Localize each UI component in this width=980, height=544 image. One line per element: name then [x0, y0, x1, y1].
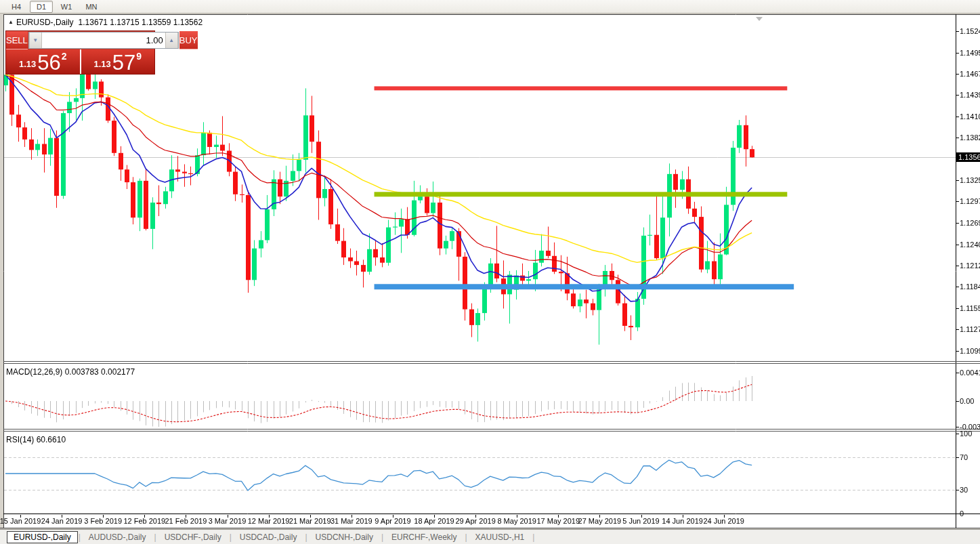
volume-increase-button[interactable]: ▲	[165, 33, 178, 48]
timeframe-w1-button[interactable]: W1	[55, 1, 78, 13]
timeframe-toolbar: H4D1W1MN	[0, 0, 980, 14]
price-axis-label: 1.13255	[960, 176, 980, 184]
timeframe-mn-button[interactable]: MN	[80, 1, 103, 13]
macd-axis-label: 0.00	[960, 397, 974, 405]
timeframe-d1-button[interactable]: D1	[30, 1, 53, 13]
volume-decrease-button[interactable]: ▼	[29, 33, 42, 48]
macd-axis-label: 0.004139	[960, 369, 980, 377]
sell-price-sup: 2	[62, 51, 67, 62]
sell-button[interactable]: SELL	[6, 31, 28, 49]
rsi-indicator-label: RSI(14) 60.6610	[6, 435, 66, 444]
sell-price-big: 56	[37, 54, 60, 72]
tab-usdcad-daily[interactable]: USDCAD-,Daily	[232, 531, 305, 543]
chart-title: ▲EURUSD-,Daily1.13671 1.13715 1.13559 1.…	[8, 18, 203, 27]
date-axis[interactable]: 15 Jan 201924 Jan 20193 Feb 201912 Feb 2…	[0, 515, 956, 528]
rsi-axis-label: 0	[960, 509, 964, 518]
tab-xauusd-h1[interactable]: XAUUSD-,H1	[468, 531, 532, 543]
rsi-axis-label: 100	[960, 430, 972, 438]
price-axis-label: 1.12690	[960, 219, 980, 227]
timeframe-h4-button[interactable]: H4	[5, 1, 28, 13]
date-axis-label: 24 Jun 2019	[698, 517, 750, 525]
volume-stepper: ▼ ▲	[28, 32, 179, 49]
collapse-triangle-icon[interactable]: ▲	[8, 19, 14, 25]
price-axis-label: 1.14105	[960, 112, 980, 121]
buy-button[interactable]: BUY	[179, 31, 198, 49]
price-axis-label: 1.12125	[960, 261, 980, 270]
sell-price[interactable]: 1.13562	[6, 49, 80, 74]
rsi-axis-label: 70	[960, 453, 968, 461]
price-axis-label: 1.15240	[960, 27, 980, 35]
price-axis-label: 1.14675	[960, 70, 980, 78]
ohlc-values: 1.13671 1.13715 1.13559 1.13562	[79, 18, 203, 27]
price-axis-label: 1.10990	[960, 347, 980, 355]
sell-price-prefix: 1.13	[19, 59, 36, 69]
one-click-trading-panel: SELL ▼ ▲ BUY 1.13562 1.13579	[5, 30, 155, 75]
buy-price-prefix: 1.13	[93, 59, 110, 69]
price-axis-label: 1.13825	[960, 133, 980, 142]
tab-audusd-daily[interactable]: AUDUSD-,Daily	[81, 531, 154, 543]
price-axis-label: 1.12405	[960, 240, 980, 249]
macd-indicator-label: MACD(12,26,9) 0.003783 0.002177	[6, 367, 135, 377]
price-axis-label: 1.11555	[960, 304, 980, 312]
current-price-badge: 1.13562	[956, 152, 980, 162]
rsi-axis-label: 30	[960, 486, 968, 494]
chart-canvas[interactable]	[0, 0, 980, 544]
tab-separator: |	[532, 532, 535, 542]
tab-usdchf-daily[interactable]: USDCHF-,Daily	[157, 531, 229, 543]
chart-tabbar: EURUSD-,Daily|AUDUSD-,Daily|USDCHF-,Dail…	[0, 529, 980, 544]
price-axis-label: 1.14390	[960, 91, 980, 99]
buy-price-sup: 9	[136, 51, 142, 62]
chart-shift-marker-icon[interactable]	[756, 17, 763, 21]
buy-price-big: 57	[112, 54, 135, 72]
price-axis[interactable]: 1.152401.149551.146751.143901.141051.138…	[956, 14, 980, 528]
tab-usdcnh-daily[interactable]: USDCNH-,Daily	[308, 531, 381, 543]
price-axis-label: 1.14955	[960, 49, 980, 57]
tab-eurusd-daily[interactable]: EURUSD-,Daily	[7, 531, 78, 543]
buy-price[interactable]: 1.13579	[80, 49, 155, 74]
price-axis-label: 1.11275	[960, 325, 980, 333]
price-axis-label: 1.12975	[960, 197, 980, 205]
tab-eurchf-weekly[interactable]: EURCHF-,Weekly	[384, 531, 464, 543]
volume-input[interactable]	[42, 33, 165, 48]
symbol-timeframe-label: EURUSD-,Daily	[16, 18, 74, 27]
price-axis-label: 1.11840	[960, 283, 980, 291]
